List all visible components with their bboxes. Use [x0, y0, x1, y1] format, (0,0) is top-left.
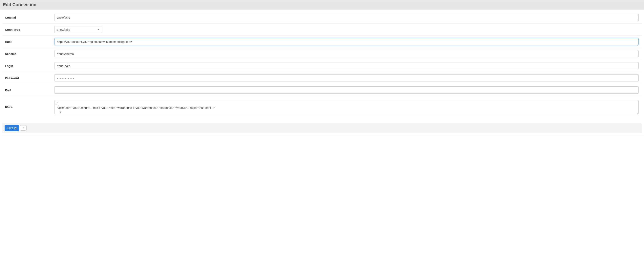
chevron-down-icon	[96, 28, 100, 31]
conn-id-input[interactable]	[54, 14, 639, 21]
form-panel: Conn Id Conn Type Snowflake Host	[0, 9, 644, 135]
host-input[interactable]	[54, 38, 639, 45]
schema-input[interactable]	[54, 50, 639, 57]
save-button-label: Save	[7, 126, 13, 130]
label-password: Password	[4, 76, 54, 80]
label-conn-id: Conn Id	[4, 16, 54, 19]
row-conn-id: Conn Id	[2, 12, 642, 24]
page-title: Edit Connection	[3, 2, 641, 7]
back-button[interactable]	[20, 125, 26, 130]
row-password: Password	[2, 72, 642, 84]
row-extra: Extra	[2, 96, 642, 119]
save-icon	[14, 127, 17, 129]
conn-type-select[interactable]: Snowflake	[54, 26, 102, 33]
row-conn-type: Conn Type Snowflake	[2, 24, 642, 36]
footer-actions: Save	[2, 123, 642, 133]
row-login: Login	[2, 60, 642, 72]
port-input[interactable]	[54, 86, 639, 94]
label-login: Login	[4, 64, 54, 68]
label-extra: Extra	[4, 100, 54, 108]
password-input[interactable]	[54, 74, 639, 82]
row-host: Host	[2, 36, 642, 48]
label-schema: Schema	[4, 52, 54, 56]
conn-type-selected-text: Snowflake	[56, 28, 70, 31]
extra-textarea[interactable]	[54, 100, 639, 114]
arrow-left-icon	[22, 127, 24, 129]
form-content: Conn Id Conn Type Snowflake Host	[0, 10, 644, 121]
label-port: Port	[4, 88, 54, 92]
login-input[interactable]	[54, 62, 639, 69]
row-schema: Schema	[2, 48, 642, 60]
label-host: Host	[4, 40, 54, 44]
row-port: Port	[2, 84, 642, 96]
label-conn-type: Conn Type	[4, 28, 54, 31]
save-button[interactable]: Save	[4, 125, 19, 131]
page-header: Edit Connection	[0, 0, 644, 9]
